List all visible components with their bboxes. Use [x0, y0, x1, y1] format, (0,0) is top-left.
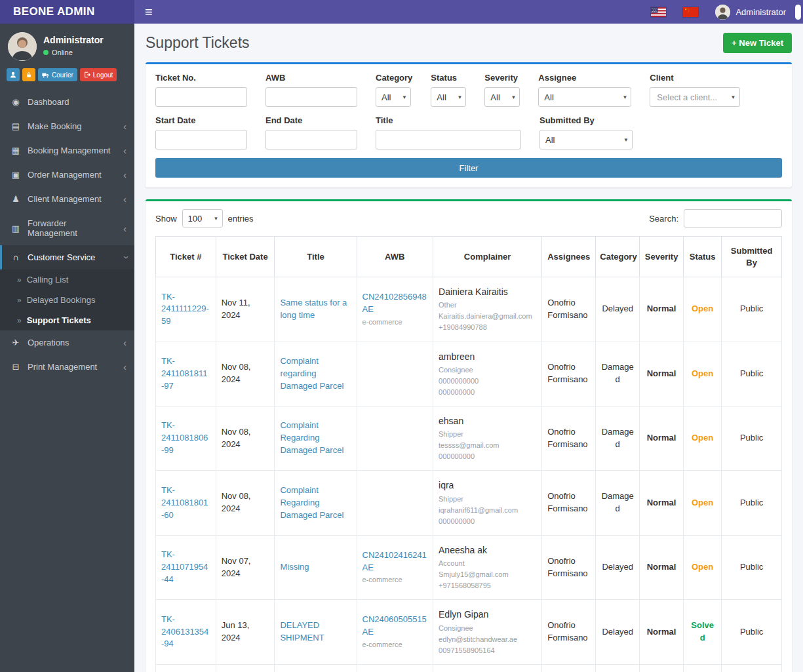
sidebar-item-operations[interactable]: ✈ Operations ‹ — [0, 330, 134, 355]
password-button[interactable] — [22, 68, 35, 81]
filter-button[interactable]: Filter — [155, 158, 782, 178]
ticket-date: Nov 11, 2024 — [216, 277, 275, 342]
submitted-by: Public — [722, 600, 782, 664]
hamburger-menu-icon[interactable]: ≡ — [134, 0, 163, 24]
ticket-title-link[interactable]: Missing — [280, 562, 309, 572]
sidebar-item-forwarder-management[interactable]: ▥ Forwarder Management ‹ — [0, 211, 134, 245]
submitted-by: Public — [722, 342, 782, 406]
sidebar-item-booking-management[interactable]: ▦ Booking Management ‹ — [0, 138, 134, 163]
client-management-icon: ♟ — [10, 194, 22, 204]
brand-logo[interactable]: BEONE ADMIN — [0, 0, 134, 24]
status-select[interactable]: All — [431, 87, 466, 107]
sidebar-item-print-management[interactable]: ⊟ Print Management ‹ — [0, 355, 134, 379]
title-input[interactable] — [376, 130, 521, 149]
page-title: Support Tickets — [146, 34, 250, 52]
table-header-row: Ticket #Ticket DateTitleAWBComplainerAss… — [156, 237, 782, 277]
ticket-title-link[interactable]: Complaint Regarding Damaged Parcel — [280, 485, 343, 520]
submitted-by: Public — [722, 471, 782, 535]
ticket-number-link[interactable]: TK-2411081801-60 — [161, 485, 208, 520]
ticket-number-link[interactable]: TK-2411081806-99 — [161, 420, 208, 455]
ticket-date: Jun 13, 2024 — [216, 600, 275, 664]
complainer-details: OtherKairaitis.dainiera@gmail.com+190849… — [439, 300, 536, 333]
person-icon — [10, 71, 16, 78]
scrollbar-thumb[interactable] — [795, 5, 801, 20]
column-header-title[interactable]: Title — [275, 237, 357, 277]
new-ticket-button[interactable]: + New Ticket — [723, 33, 792, 53]
sidebar-subitem-support-tickets[interactable]: » Support Tickets — [0, 310, 134, 330]
column-header-submitted-by[interactable]: Submitted By — [722, 237, 782, 277]
complainer-detail: Other — [439, 300, 536, 311]
sidebar-item-order-management[interactable]: ▣ Order Management ‹ — [0, 163, 134, 187]
sidebar-subitem-delayed-bookings[interactable]: » Delayed Bookings — [0, 290, 134, 310]
category-select[interactable]: All — [376, 87, 411, 107]
ticket-no-input[interactable] — [155, 87, 247, 107]
ticket-number-link[interactable]: TK-2411111229-59 — [161, 292, 209, 326]
category: Damaged — [596, 471, 640, 535]
page-size-select[interactable]: 100 — [182, 209, 223, 227]
sidebar-subitem-calling-list[interactable]: » Calling List — [0, 269, 134, 290]
complainer-detail: 0000000000 — [439, 376, 536, 387]
dashboard-icon: ◉ — [10, 97, 22, 107]
table-row: TK-2411081806-99 Nov 08, 2024 Complaint … — [156, 406, 782, 470]
main-content: Support Tickets + New Ticket Ticket No. … — [134, 24, 803, 672]
sidebar-item-client-management[interactable]: ♟ Client Management ‹ — [0, 187, 134, 211]
table-row: TK-2411071954-44 Nov 07, 2024 Missing CN… — [156, 535, 782, 599]
column-header-ticket-date[interactable]: Ticket Date — [216, 237, 275, 277]
ticket-number-link[interactable]: TK-2406131354-94 — [161, 614, 208, 649]
column-header-severity[interactable]: Severity — [640, 237, 684, 277]
sidebar-subitem-label: Delayed Bookings — [27, 295, 96, 305]
user-menu[interactable]: Administrator — [715, 5, 786, 20]
awb-link[interactable]: CN24102856948AE — [362, 292, 427, 314]
severity-select[interactable]: All — [484, 87, 520, 107]
ticket-title-link[interactable]: Complaint regarding Damaged Parcel — [280, 356, 343, 391]
double-chevron-icon: » — [17, 296, 22, 305]
client-select[interactable]: Select a client... ▼ — [650, 87, 740, 107]
awb-channel: e-commerce — [362, 640, 428, 650]
column-header-assignees[interactable]: Assignees — [542, 237, 596, 277]
search-input[interactable] — [684, 209, 782, 227]
category: Delayed — [596, 277, 640, 342]
complainer-detail: iqrahanif611@gmail.com — [439, 505, 536, 516]
start-date-input[interactable] — [155, 130, 247, 149]
tickets-table: Ticket #Ticket DateTitleAWBComplainerAss… — [155, 236, 782, 672]
title-label: Title — [376, 115, 521, 125]
filter-panel: Ticket No. AWB Category All ▼ Status All… — [146, 62, 792, 188]
end-date-input[interactable] — [265, 130, 357, 149]
ticket-title-link[interactable]: Same status for a long time — [280, 298, 347, 320]
truck-icon — [42, 72, 49, 78]
submitted-by-select[interactable]: All — [539, 130, 633, 149]
status-badge: Open — [692, 433, 713, 443]
show-label: Show — [155, 214, 177, 224]
column-header-awb[interactable]: AWB — [357, 237, 433, 277]
awb-input[interactable] — [265, 87, 357, 107]
column-header-status[interactable]: Status — [684, 237, 722, 277]
awb-link[interactable]: CN24060505515AE — [362, 614, 427, 637]
sidebar-quick-actions: Courier Logout — [0, 65, 134, 90]
us-flag-icon[interactable] — [651, 7, 666, 17]
sidebar-item-make-booking[interactable]: ▤ Make Booking ‹ — [0, 114, 134, 138]
ticket-title-link[interactable]: DELAYED SHIPMENT — [280, 620, 324, 642]
sidebar: Administrator Online Courier Logout ◉ Da… — [0, 24, 134, 672]
assignees: Onofrio Formisano — [542, 342, 596, 406]
severity: Normal — [640, 664, 684, 672]
profile-button[interactable] — [7, 68, 20, 81]
complainer-detail: 000000000 — [439, 387, 536, 398]
status-badge: Open — [692, 498, 713, 507]
user-menu-label: Administrator — [735, 7, 786, 17]
china-flag-icon[interactable] — [683, 7, 698, 17]
assignee-select[interactable]: All — [538, 87, 631, 107]
complainer-detail: +971568058795 — [439, 580, 536, 591]
courier-button[interactable]: Courier — [38, 68, 77, 81]
ticket-title-link[interactable]: Complaint Regarding Damaged Parcel — [280, 420, 343, 455]
double-chevron-icon: » — [17, 275, 22, 285]
logout-button[interactable]: Logout — [80, 68, 117, 81]
column-header-category[interactable]: Category — [596, 237, 640, 277]
column-header-ticket-[interactable]: Ticket # — [156, 237, 216, 277]
ticket-number-link[interactable]: TK-2411071954-44 — [161, 549, 208, 584]
chevron-icon: ‹ — [123, 194, 127, 204]
sidebar-item-dashboard[interactable]: ◉ Dashboard ‹ — [0, 90, 134, 114]
ticket-number-link[interactable]: TK-2411081811-97 — [161, 356, 207, 391]
awb-link[interactable]: CN24102416241AE — [362, 550, 427, 572]
column-header-complainer[interactable]: Complainer — [433, 237, 542, 277]
sidebar-item-customer-service[interactable]: ∩ Customer Service ‹ — [0, 245, 134, 269]
